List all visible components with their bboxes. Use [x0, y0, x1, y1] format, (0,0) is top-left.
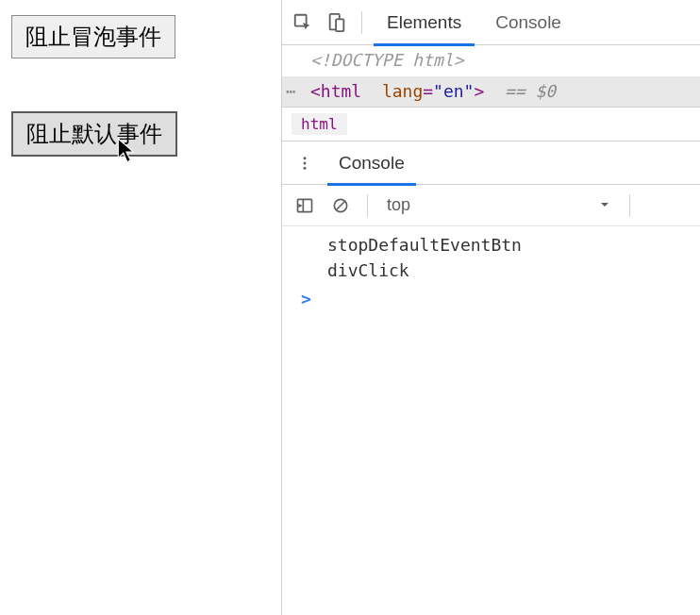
selector-hint: == $0	[494, 81, 556, 101]
execution-context-select[interactable]: top	[381, 195, 616, 215]
drawer-tab-console[interactable]: Console	[327, 141, 416, 185]
svg-point-4	[304, 161, 307, 164]
console-sidebar-toggle-icon[interactable]	[292, 192, 318, 219]
svg-point-3	[304, 157, 307, 159]
attr-equals: =	[423, 81, 433, 101]
elements-tree[interactable]: <!DOCTYPE html> ⋯ <html lang="en"> == $0	[282, 45, 700, 107]
devtools-panel: Elements Console <!DOCTYPE html> ⋯ <html…	[281, 0, 700, 615]
elements-doctype-line[interactable]: <!DOCTYPE html>	[282, 45, 700, 76]
ellipsis-icon: ⋯	[286, 77, 296, 107]
stop-default-event-button[interactable]: 阻止默认事件	[11, 111, 177, 157]
toolbar-divider	[629, 194, 630, 217]
console-log-line[interactable]: divClick	[282, 258, 700, 283]
toolbar-divider	[367, 194, 368, 217]
doctype-text: <!DOCTYPE html>	[310, 50, 464, 70]
page-viewport: 阻止冒泡事件 阻止默认事件	[0, 0, 281, 615]
kebab-menu-icon[interactable]	[292, 150, 318, 176]
elements-breadcrumb: html	[282, 107, 700, 141]
stop-propagation-button[interactable]: 阻止冒泡事件	[11, 15, 175, 58]
device-toolbar-icon[interactable]	[324, 9, 350, 36]
context-label: top	[387, 195, 410, 215]
tag-close: >	[474, 81, 484, 101]
svg-point-5	[304, 166, 307, 169]
breadcrumb-item-html[interactable]: html	[292, 113, 347, 135]
console-toolbar: top	[282, 185, 700, 226]
svg-rect-2	[336, 19, 343, 31]
attr-name: lang	[372, 81, 423, 101]
drawer-header: Console	[282, 141, 700, 185]
prompt-chevron-icon: >	[301, 289, 311, 308]
attr-value: "en"	[433, 81, 474, 101]
console-output[interactable]: stopDefaultEventBtn divClick >	[282, 226, 700, 615]
devtools-toolbar: Elements Console	[282, 0, 700, 45]
tag-open: <html	[310, 81, 361, 101]
console-log-line[interactable]: stopDefaultEventBtn	[282, 232, 700, 258]
elements-html-line[interactable]: ⋯ <html lang="en"> == $0	[282, 76, 700, 108]
console-prompt[interactable]: >	[282, 283, 700, 311]
tab-elements[interactable]: Elements	[374, 0, 475, 45]
toolbar-divider	[361, 11, 362, 34]
inspect-element-icon[interactable]	[290, 9, 316, 36]
clear-console-icon[interactable]	[327, 192, 354, 219]
chevron-down-icon	[599, 195, 610, 215]
tab-console[interactable]: Console	[482, 0, 575, 45]
svg-line-9	[336, 201, 345, 210]
